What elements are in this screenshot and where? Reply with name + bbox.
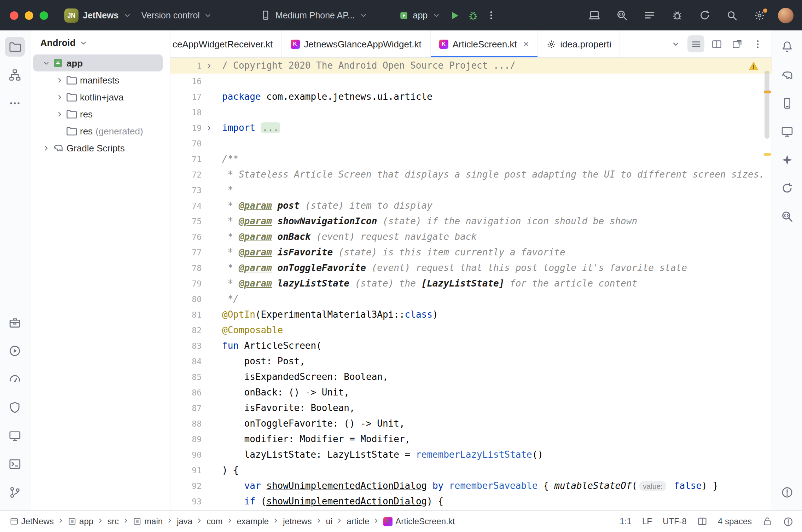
code-line-77[interactable]: 77 * @param isFavorite (state) is this i… — [170, 245, 772, 260]
warning-stripe-mark[interactable] — [764, 91, 771, 93]
editor-scrollbar[interactable] — [765, 71, 769, 139]
code-line-91[interactable]: 91) { — [170, 463, 772, 478]
code-search-button[interactable] — [612, 6, 631, 24]
split-editor-button[interactable] — [708, 35, 725, 52]
code-line-88[interactable]: 88 onToggleFavorite: () -> Unit, — [170, 416, 772, 432]
chevron-down-icon[interactable] — [40, 59, 52, 67]
tab-ceappwidgetreceiver-kt[interactable]: ceAppWidgetReceiver.kt — [170, 30, 282, 57]
hidden-tabs-button[interactable] — [667, 35, 684, 52]
code-line-79[interactable]: 79 * @param lazyListState (state) the [L… — [170, 276, 772, 291]
breadcrumb-main[interactable]: main — [133, 516, 163, 526]
settings-button[interactable] — [750, 6, 769, 24]
code-line-75[interactable]: 75 * @param showNavigationIcon (state) i… — [170, 214, 772, 229]
running-devices-button[interactable] — [585, 6, 603, 24]
lock-icon[interactable] — [762, 516, 772, 526]
code-line-72[interactable]: 72 * Stateless Article Screen that displ… — [170, 167, 772, 183]
notifications-button[interactable] — [777, 37, 797, 57]
breadcrumb-jetnews[interactable]: JetNews — [10, 516, 54, 526]
chevron-right-icon[interactable] — [54, 93, 65, 101]
running-devices-tool-button[interactable] — [5, 426, 25, 446]
gemini-tool-button[interactable] — [777, 150, 797, 170]
zoom-window-button[interactable] — [40, 11, 48, 19]
code-editor[interactable]: 1/ Copyright 2020 The Android Open Sourc… — [170, 58, 772, 510]
code-line-86[interactable]: 86 onBack: () -> Unit, — [170, 385, 772, 400]
file-encoding[interactable]: UTF-8 — [663, 516, 687, 526]
task-list-button[interactable] — [640, 6, 658, 24]
problems-tool-button[interactable] — [777, 482, 797, 502]
code-line-93[interactable]: 93 if (showUnimplementedActionDialog) { — [170, 494, 772, 509]
reader-mode-icon[interactable] — [697, 516, 707, 526]
project-tool-button[interactable] — [5, 37, 25, 57]
breadcrumb-src[interactable]: src — [107, 516, 119, 526]
device-selector[interactable]: Medium Phone AP... — [256, 7, 373, 23]
breadcrumb-java[interactable]: java — [177, 516, 192, 526]
sync-tool-button[interactable] — [777, 178, 797, 198]
editor-options-button[interactable] — [749, 35, 766, 52]
more-run-options-button[interactable] — [482, 6, 500, 24]
code-line-74[interactable]: 74 * @param post (state) item to display — [170, 198, 772, 214]
project-widget[interactable]: JN JetNews — [59, 5, 136, 25]
breadcrumb-ui[interactable]: ui — [326, 516, 333, 526]
resource-manager-tool-button[interactable] — [5, 65, 25, 85]
terminal-tool-button[interactable] — [5, 454, 25, 474]
user-avatar[interactable] — [778, 7, 794, 23]
breadcrumb-example[interactable]: example — [237, 516, 269, 526]
emulator-tool-button[interactable] — [777, 122, 797, 141]
fold-marker-icon[interactable] — [202, 120, 217, 136]
close-tab-icon[interactable]: × — [523, 39, 529, 49]
breadcrumb-com[interactable]: com — [207, 516, 222, 526]
code-line-85[interactable]: 85 isExpandedScreen: Boolean, — [170, 369, 772, 385]
code-line-76[interactable]: 76 * @param onBack (event) request navig… — [170, 229, 772, 245]
code-line-83[interactable]: 83fun ArticleScreen( — [170, 338, 772, 354]
tab-idea-properti[interactable]: idea.properti — [538, 30, 621, 57]
build-tool-button[interactable] — [5, 313, 25, 332]
fold-marker-icon[interactable] — [202, 58, 217, 74]
breadcrumb-articlescreen-kt[interactable]: KArticleScreen.kt — [383, 516, 455, 526]
code-line-90[interactable]: 90 lazyListState: LazyListState = rememb… — [170, 447, 772, 463]
code-line-81[interactable]: 81@OptIn(ExperimentalMaterial3Api::class… — [170, 307, 772, 323]
more-tool-windows-button[interactable] — [5, 93, 25, 113]
run-button[interactable] — [445, 6, 464, 24]
chevron-right-icon[interactable] — [54, 110, 65, 118]
tab-articlescreen-kt[interactable]: KArticleScreen.kt× — [431, 30, 538, 57]
vcs-widget[interactable]: Version control — [136, 7, 217, 23]
breadcrumb-app[interactable]: app — [68, 516, 93, 526]
chevron-right-icon[interactable] — [54, 76, 65, 84]
tree-item-res[interactable]: res — [33, 105, 163, 122]
notifications-status-icon[interactable] — [783, 516, 794, 527]
tree-item-gradle-scripts[interactable]: Gradle Scripts — [33, 139, 163, 156]
debug-button[interactable] — [464, 6, 482, 24]
code-line-92[interactable]: 92 var showUnimplementedActionDialog by … — [170, 478, 772, 494]
tree-item-kotlin-java[interactable]: kotlin+java — [33, 88, 163, 105]
line-ending[interactable]: LF — [642, 516, 652, 526]
run-config-selector[interactable]: app — [394, 7, 446, 23]
breadcrumb-article[interactable]: article — [347, 516, 369, 526]
search-everywhere-button[interactable] — [723, 6, 741, 24]
close-window-button[interactable] — [10, 11, 18, 19]
open-in-window-button[interactable] — [728, 35, 745, 52]
code-line-70[interactable]: 70 — [170, 136, 772, 151]
code-line-19[interactable]: 19import ... — [170, 120, 772, 136]
code-line-71[interactable]: 71/** — [170, 151, 772, 167]
gradle-sync-button[interactable] — [695, 6, 714, 24]
device-manager-tool-button[interactable] — [777, 93, 797, 113]
tab-list-button[interactable] — [687, 35, 704, 52]
device-explorer-tool-button[interactable] — [777, 207, 797, 226]
code-line-18[interactable]: 18 — [170, 105, 772, 120]
code-line-16[interactable]: 16 — [170, 74, 772, 89]
breadcrumb-jetnews[interactable]: jetnews — [283, 516, 312, 526]
profiler-tool-button[interactable] — [5, 369, 25, 389]
code-line-73[interactable]: 73 * — [170, 183, 772, 198]
app-quality-insights-tool-button[interactable] — [5, 398, 25, 417]
code-line-78[interactable]: 78 * @param onToggleFavorite (event) req… — [170, 260, 772, 276]
plugin-button[interactable] — [668, 6, 686, 24]
tree-item-manifests[interactable]: manifests — [33, 71, 163, 88]
version-control-tool-button[interactable] — [5, 482, 25, 502]
warning-stripe-mark[interactable] — [764, 153, 771, 156]
code-line-84[interactable]: 84 post: Post, — [170, 354, 772, 369]
tab-jetnewsglanceappwidget-kt[interactable]: KJetnewsGlanceAppWidget.kt — [282, 30, 430, 57]
tree-item-res[interactable]: res(generated) — [33, 122, 163, 139]
code-line-89[interactable]: 89 modifier: Modifier = Modifier, — [170, 432, 772, 447]
run-tool-button[interactable] — [5, 341, 25, 361]
code-line-87[interactable]: 87 isFavorite: Boolean, — [170, 400, 772, 416]
